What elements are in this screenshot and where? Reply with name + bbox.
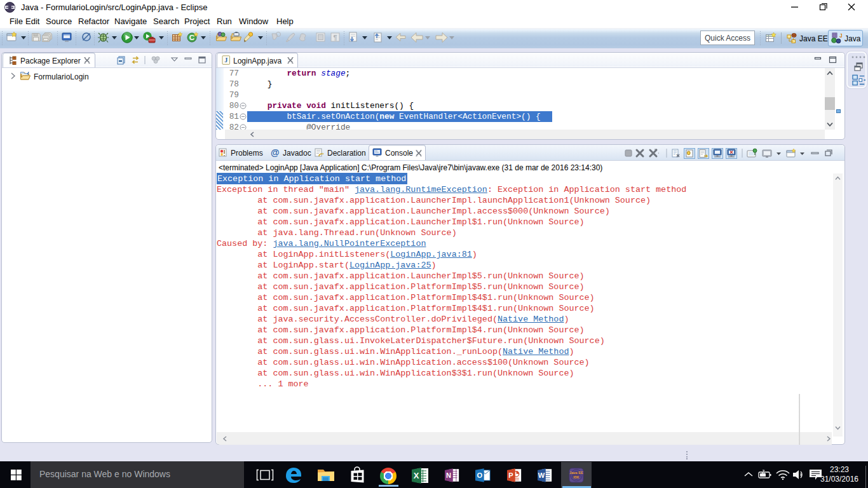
svg-text:IDE: IDE [573,475,580,479]
svg-text:O: O [477,471,483,479]
svg-text:C: C [189,34,194,41]
svg-text:Java EE: Java EE [569,471,583,475]
svg-text:J: J [224,57,227,64]
svg-text:X: X [414,471,419,480]
svg-text:N: N [446,471,451,479]
svg-text:P: P [508,471,513,479]
svg-text:W: W [538,471,545,479]
svg-text:¶: ¶ [333,34,337,41]
svg-text:J: J [839,32,842,39]
